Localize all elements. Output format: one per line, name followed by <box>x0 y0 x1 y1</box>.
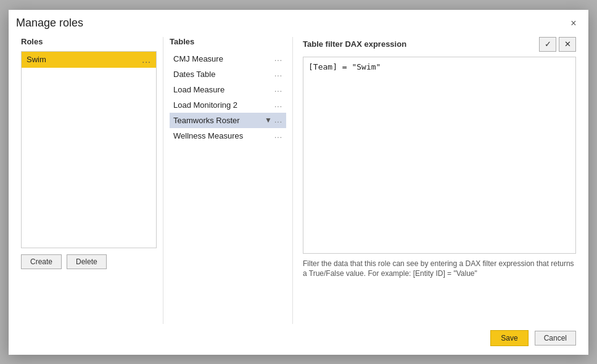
table-item-label: Load Monitoring 2 <box>173 100 237 110</box>
dax-hint: Filter the data that this role can see b… <box>303 259 576 280</box>
table-item-dates[interactable]: Dates Table ... <box>170 67 286 82</box>
role-actions: Create Delete <box>21 254 157 269</box>
table-item-label: Load Measure <box>173 85 224 94</box>
close-button[interactable]: × <box>566 16 581 31</box>
dax-expression-editor[interactable] <box>303 57 576 254</box>
save-button[interactable]: Save <box>490 330 528 346</box>
dax-action-buttons: ✓ ✕ <box>539 37 576 52</box>
role-item-dots[interactable]: ... <box>142 55 151 65</box>
table-item-wellness[interactable]: Wellness Measures ... <box>170 128 286 144</box>
dialog-body: Roles Swim ... Create Delete Tables <box>9 37 588 324</box>
table-item-dots[interactable]: ... <box>274 131 282 140</box>
roles-list: Swim ... <box>21 51 157 248</box>
table-item-load-monitoring[interactable]: Load Monitoring 2 ... <box>170 97 286 113</box>
table-item-dots[interactable]: ... <box>274 70 282 78</box>
table-item-right: ▼ ... <box>265 116 282 124</box>
roles-panel: Roles Swim ... Create Delete <box>21 37 163 324</box>
tables-panel: Tables CMJ Measure ... Dates Table ... L… <box>163 37 292 324</box>
role-item-swim[interactable]: Swim ... <box>22 52 156 68</box>
table-item-label: Dates Table <box>173 70 215 79</box>
filter-icon: ▼ <box>265 116 272 124</box>
table-item-dots[interactable]: ... <box>274 54 282 63</box>
roles-panel-title: Roles <box>21 37 157 46</box>
dialog-titlebar: Manage roles × <box>9 10 588 32</box>
tables-list: CMJ Measure ... Dates Table ... Load Mea… <box>170 51 286 248</box>
create-button[interactable]: Create <box>21 254 62 269</box>
dialog-title: Manage roles <box>16 17 83 30</box>
table-item-label: Teamworks Roster <box>173 116 240 125</box>
table-item-cmj[interactable]: CMJ Measure ... <box>170 51 286 67</box>
dax-check-button[interactable]: ✓ <box>539 37 556 52</box>
table-item-dots[interactable]: ... <box>274 116 282 124</box>
dax-panel: Table filter DAX expression ✓ ✕ Filter t… <box>292 37 576 324</box>
manage-roles-dialog: Manage roles × Roles Swim ... Create Del… <box>9 10 588 355</box>
dialog-footer: Save Cancel <box>9 324 588 355</box>
table-item-load-measure[interactable]: Load Measure ... <box>170 82 286 97</box>
dax-cancel-button[interactable]: ✕ <box>559 37 576 52</box>
table-item-label: Wellness Measures <box>173 131 243 140</box>
table-item-label: CMJ Measure <box>173 54 223 63</box>
role-item-label: Swim <box>27 55 46 64</box>
cancel-button[interactable]: Cancel <box>535 331 576 346</box>
delete-button[interactable]: Delete <box>67 254 107 269</box>
tables-panel-title: Tables <box>170 37 286 46</box>
dax-header: Table filter DAX expression ✓ ✕ <box>303 37 576 52</box>
table-item-dots[interactable]: ... <box>274 100 282 109</box>
table-item-teamworks[interactable]: Teamworks Roster ▼ ... <box>170 113 286 128</box>
dialog-overlay: Manage roles × Roles Swim ... Create Del… <box>0 0 597 364</box>
dax-panel-title: Table filter DAX expression <box>303 39 406 49</box>
table-item-dots[interactable]: ... <box>274 85 282 94</box>
